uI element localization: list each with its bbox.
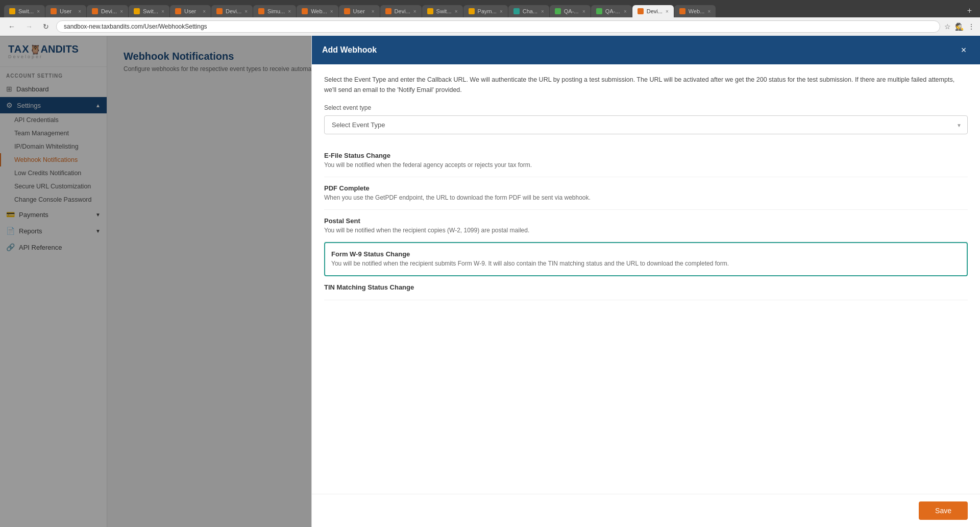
tab-label: Cha... bbox=[523, 8, 538, 14]
tab-favicon bbox=[344, 8, 350, 14]
browser-tab[interactable]: User× bbox=[339, 5, 380, 17]
incognito-icon: 🕵 bbox=[955, 22, 964, 31]
browser-tab[interactable]: Swit...× bbox=[422, 5, 463, 17]
modal-body: Select the Event Type and enter the Call… bbox=[312, 64, 980, 494]
tab-bar: // Render tabs inline Swit...×User×Devi.… bbox=[4, 4, 976, 17]
forward-button[interactable]: → bbox=[22, 21, 36, 32]
tab-favicon bbox=[469, 8, 475, 14]
browser-tab[interactable]: Simu...× bbox=[253, 5, 296, 17]
modal-footer: Save bbox=[312, 494, 980, 527]
tab-favicon bbox=[385, 8, 391, 14]
event-name: Form W-9 Status Change bbox=[331, 250, 961, 258]
event-type-select-wrap: Select Event Type bbox=[324, 115, 968, 134]
tab-favicon bbox=[679, 8, 685, 14]
tab-close-button[interactable]: × bbox=[161, 9, 164, 14]
event-desc: You will be notified when the recipient … bbox=[331, 259, 961, 268]
tab-close-button[interactable]: × bbox=[330, 9, 333, 14]
back-button[interactable]: ← bbox=[5, 21, 18, 32]
tab-label: Web... bbox=[689, 8, 705, 14]
modal-close-button[interactable]: × bbox=[958, 44, 970, 56]
browser-tab[interactable]: Paym...× bbox=[463, 5, 508, 17]
address-bar: ← → ↻ sandbox-new.taxbandits.com/User/We… bbox=[0, 17, 980, 36]
tab-close-button[interactable]: × bbox=[541, 9, 544, 14]
tab-favicon bbox=[175, 8, 181, 14]
tab-favicon bbox=[302, 8, 308, 14]
event-desc: When you use the GetPDF endpoint, the UR… bbox=[324, 194, 968, 202]
event-item[interactable]: E-File Status ChangeYou will be notified… bbox=[324, 145, 968, 177]
tab-close-button[interactable]: × bbox=[707, 9, 710, 14]
tab-label: Devi... bbox=[101, 8, 117, 14]
event-type-select[interactable]: Select Event Type bbox=[324, 115, 968, 134]
select-event-label: Select event type bbox=[324, 104, 968, 111]
tab-label: Paym... bbox=[478, 8, 497, 14]
tab-favicon bbox=[258, 8, 264, 14]
tab-favicon bbox=[216, 8, 223, 14]
tab-close-button[interactable]: × bbox=[120, 9, 123, 14]
tab-favicon bbox=[9, 8, 15, 14]
event-name: PDF Complete bbox=[324, 184, 968, 192]
event-name: TIN Matching Status Change bbox=[324, 283, 968, 291]
save-button[interactable]: Save bbox=[919, 501, 968, 520]
tab-label: Web... bbox=[311, 8, 327, 14]
tab-favicon bbox=[92, 8, 98, 14]
tab-close-button[interactable]: × bbox=[582, 9, 585, 14]
tab-label: Swit... bbox=[436, 8, 452, 14]
browser-tab[interactable]: Devi...× bbox=[380, 5, 422, 17]
tab-label: Swit... bbox=[143, 8, 158, 14]
tab-close-button[interactable]: × bbox=[203, 9, 206, 14]
browser-tab[interactable]: Devi...× bbox=[87, 5, 128, 17]
event-name: Postal Sent bbox=[324, 217, 968, 225]
tab-favicon bbox=[427, 8, 433, 14]
tab-close-button[interactable]: × bbox=[455, 9, 458, 14]
tab-label: Devi... bbox=[647, 8, 663, 14]
modal-title: Add Webhook bbox=[322, 45, 377, 55]
tab-label: User bbox=[353, 8, 369, 14]
browser-chrome: // Render tabs inline Swit...×User×Devi.… bbox=[0, 0, 980, 17]
event-desc: You will be notified when the recipient … bbox=[324, 226, 968, 235]
tab-label: User bbox=[184, 8, 200, 14]
url-bar[interactable]: sandbox-new.taxbandits.com/User/WebhookS… bbox=[56, 20, 940, 33]
browser-tab[interactable]: Cha...× bbox=[508, 5, 549, 17]
tab-label: Simu... bbox=[267, 8, 285, 14]
tab-favicon bbox=[638, 8, 644, 14]
reload-button[interactable]: ↻ bbox=[40, 21, 52, 32]
browser-tab[interactable]: Web...× bbox=[674, 5, 716, 17]
tab-close-button[interactable]: × bbox=[37, 9, 40, 14]
browser-tab[interactable]: QA-...× bbox=[550, 5, 591, 17]
browser-tab[interactable]: User× bbox=[170, 5, 211, 17]
event-item[interactable]: Form W-9 Status ChangeYou will be notifi… bbox=[324, 242, 968, 276]
tab-label: QA-... bbox=[605, 8, 621, 14]
tab-label: Devi... bbox=[226, 8, 241, 14]
bookmark-icon[interactable]: ☆ bbox=[944, 22, 951, 31]
tab-label: User bbox=[60, 8, 75, 14]
browser-tab[interactable]: Web...× bbox=[297, 5, 338, 17]
tab-close-button[interactable]: × bbox=[288, 9, 291, 14]
browser-tab[interactable]: Swit...× bbox=[4, 5, 45, 17]
tab-favicon bbox=[134, 8, 140, 14]
tab-label: Devi... bbox=[395, 8, 410, 14]
tab-close-button[interactable]: × bbox=[666, 9, 669, 14]
tab-close-button[interactable]: × bbox=[78, 9, 81, 14]
event-desc: You will be notified when the federal ag… bbox=[324, 161, 968, 170]
event-item[interactable]: PDF CompleteWhen you use the GetPDF endp… bbox=[324, 177, 968, 210]
tab-close-button[interactable]: × bbox=[500, 9, 503, 14]
browser-tab[interactable]: QA-...× bbox=[591, 5, 632, 17]
menu-icon[interactable]: ⋮ bbox=[968, 22, 975, 31]
tab-close-button[interactable]: × bbox=[413, 9, 416, 14]
browser-tab[interactable]: Devi...× bbox=[632, 5, 674, 17]
add-webhook-modal: Add Webhook × Select the Event Type and … bbox=[311, 36, 980, 527]
browser-tab[interactable]: User× bbox=[45, 5, 86, 17]
event-item[interactable]: TIN Matching Status Change bbox=[324, 276, 968, 300]
tab-close-button[interactable]: × bbox=[372, 9, 375, 14]
modal-description: Select the Event Type and enter the Call… bbox=[324, 75, 968, 95]
event-item[interactable]: Postal SentYou will be notified when the… bbox=[324, 210, 968, 243]
new-tab-button[interactable]: + bbox=[963, 4, 976, 17]
tab-favicon bbox=[596, 8, 602, 14]
tab-close-button[interactable]: × bbox=[624, 9, 627, 14]
modal-header: Add Webhook × bbox=[312, 36, 980, 64]
event-name: E-File Status Change bbox=[324, 152, 968, 159]
tab-close-button[interactable]: × bbox=[244, 9, 248, 14]
tab-favicon bbox=[555, 8, 561, 14]
browser-tab[interactable]: Swit...× bbox=[129, 5, 169, 17]
browser-tab[interactable]: Devi...× bbox=[211, 5, 253, 17]
